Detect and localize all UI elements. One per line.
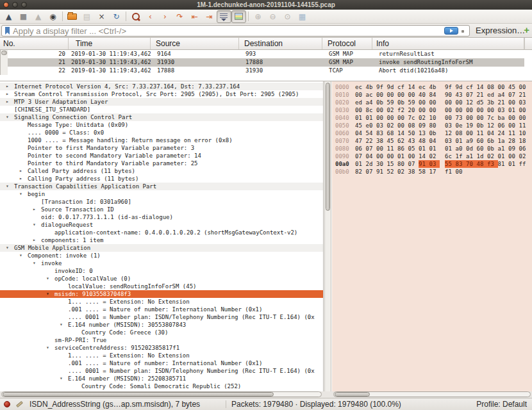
- tree-row[interactable]: invokeID: 0: [0, 267, 323, 275]
- column-header-time[interactable]: Time: [69, 38, 151, 49]
- file-close-icon[interactable]: ×: [94, 10, 109, 23]
- tree-row[interactable]: .... 0001 = Number plan: ISDN/Telephony …: [0, 313, 323, 321]
- expression-button[interactable]: Expression…: [476, 26, 525, 35]
- tree-row[interactable]: ▾begin: [0, 190, 323, 198]
- hex-row[interactable]: 0020eda40b590b590000000012d53b210003: [332, 99, 532, 106]
- expand-arrow-icon[interactable]: ▾: [5, 183, 14, 190]
- tree-row[interactable]: ▾Transaction Capabilities Application Pa…: [0, 183, 323, 190]
- expand-arrow-icon[interactable]: ▾: [59, 375, 68, 382]
- hex-horizontal-scrollbar[interactable]: [333, 391, 531, 397]
- tree-row[interactable]: 1... .... = Extension: No Extension: [0, 352, 323, 359]
- hex-row[interactable]: 00b08207915202385817f100: [332, 168, 532, 176]
- auto-scroll-icon[interactable]: [217, 10, 231, 23]
- scrollbar-handle[interactable]: [3, 392, 274, 397]
- packet-row[interactable]: 202019-01-30 11:19:43,4622959164993GSM M…: [0, 50, 524, 58]
- tree-row[interactable]: ▾msisdn: 910355837048f3: [0, 290, 323, 298]
- detail-vertical-scrollbar[interactable]: [324, 81, 331, 391]
- go-forward-icon[interactable]: ›: [158, 10, 172, 23]
- tree-row[interactable]: .... 0000 = Class: 0x0: [0, 129, 323, 136]
- scrollbar-handle[interactable]: [335, 392, 370, 397]
- find-packet-icon[interactable]: [128, 10, 143, 23]
- column-header-info[interactable]: Info: [372, 38, 524, 49]
- tree-row[interactable]: ▾Signalling Connection Control Part: [0, 113, 323, 121]
- tree-row[interactable]: sm-RP-PRI: True: [0, 336, 323, 344]
- expand-arrow-icon[interactable]: ▾: [5, 113, 14, 121]
- profile-label[interactable]: Profile: Default: [476, 400, 527, 409]
- column-header-no[interactable]: No.: [0, 38, 69, 49]
- tree-row[interactable]: application-context-name: 0.4.0.0.1.0.20…: [0, 229, 323, 236]
- tree-row[interactable]: ▾E.164 number (MSISDN): 25208385711: [0, 375, 323, 382]
- hex-row[interactable]: 004001010000007c0210007300007cba0000: [332, 114, 532, 122]
- tree-row[interactable]: Pointer to third Mandatory Variable para…: [0, 160, 323, 167]
- hex-row[interactable]: 007047223845624348040301a9606b1a2818: [332, 137, 532, 145]
- tree-row[interactable]: .001 .... = Nature of number: Internatio…: [0, 306, 323, 313]
- file-open-icon[interactable]: [65, 10, 79, 23]
- hex-row[interactable]: 005045e0030200080980030e190b12060011: [332, 122, 532, 129]
- column-header-source[interactable]: Source: [151, 38, 239, 49]
- column-header-destination[interactable]: Destination: [239, 38, 322, 49]
- tree-row[interactable]: localValue: sendRoutingInfoForSM (45): [0, 283, 323, 290]
- hex-row[interactable]: 00a0012d30158007910355837048f38101ff: [332, 160, 532, 168]
- tree-row[interactable]: Message Type: Unitdata (0x09): [0, 121, 323, 129]
- scrollbar-handle[interactable]: [1, 51, 7, 55]
- tree-row[interactable]: ▾GSM Mobile Application: [0, 244, 323, 252]
- tree-row[interactable]: .... 0001 = Number plan: ISDN/Telephony …: [0, 367, 323, 375]
- tree-row[interactable]: ▾serviceCentreAddress: 915202385817f1: [0, 344, 323, 352]
- go-back-icon[interactable]: ‹: [143, 10, 158, 23]
- capture-stop-icon[interactable]: ■: [16, 10, 31, 23]
- tree-row[interactable]: oid: 0.0.17.773.1.1.1 (id-as-dialogue): [0, 213, 323, 221]
- tree-row[interactable]: [CHINESE_ITU_STANDARD]: [0, 106, 323, 113]
- window-close-button[interactable]: [3, 2, 9, 8]
- column-header-protocol[interactable]: Protocol: [322, 38, 372, 49]
- tree-row[interactable]: Pointer to second Mandatory Variable par…: [0, 152, 323, 160]
- expand-arrow-icon[interactable]: ▾: [19, 190, 28, 198]
- expand-arrow-icon[interactable]: ▸: [19, 167, 28, 175]
- filter-apply-button[interactable]: [444, 27, 458, 35]
- hex-row[interactable]: 0000ec4b9f9dcf14ec4b9f9dcf1408004500: [332, 83, 532, 91]
- tree-row[interactable]: ▸Stream Control Transmission Protocol, S…: [0, 90, 323, 98]
- go-to-packet-icon[interactable]: ↷: [172, 10, 187, 23]
- tree-row[interactable]: Country Code: Somali Democratic Republic…: [0, 382, 323, 390]
- hex-row[interactable]: 0030008c0002f22000000000000000030100: [332, 106, 532, 114]
- expand-arrow-icon[interactable]: ▸: [5, 98, 14, 106]
- expand-arrow-icon[interactable]: ▸: [32, 206, 41, 213]
- tree-row[interactable]: ▸Source Transaction ID: [0, 206, 323, 213]
- colorize-icon[interactable]: [231, 10, 246, 23]
- capture-comment-icon[interactable]: [16, 401, 23, 407]
- scrollbar-handle[interactable]: [326, 83, 330, 211]
- expert-info-icon[interactable]: [4, 401, 10, 407]
- tree-row[interactable]: 1000 .... = Message handling: Return mes…: [0, 136, 323, 144]
- hex-row[interactable]: 001000ac00000000408490430721eda40721: [332, 91, 532, 99]
- expand-arrow-icon[interactable]: ▾: [46, 275, 54, 283]
- tree-row[interactable]: ▸components: 1 item: [0, 236, 323, 244]
- window-maximize-button[interactable]: [21, 2, 27, 8]
- packet-row[interactable]: 222019-01-30 11:19:43,4628081788831930TC…: [0, 67, 524, 75]
- tree-row[interactable]: .001 .... = Nature of number: Internatio…: [0, 359, 323, 367]
- hex-row[interactable]: 0080060700118605010101a00d600ba10906: [332, 145, 532, 152]
- tree-row[interactable]: ▾Component: invoke (1): [0, 252, 323, 259]
- tree-row[interactable]: ▾E.164 number (MSISDN): 30553807843: [0, 321, 323, 329]
- expand-arrow-icon[interactable]: ▾: [32, 221, 41, 229]
- expand-arrow-icon[interactable]: ▾: [5, 244, 14, 252]
- expand-arrow-icon[interactable]: ▾: [32, 259, 41, 267]
- display-filter-input[interactable]: Apply a display filter ... <Ctrl-/>: [1, 25, 470, 37]
- filter-dropdown-caret-icon[interactable]: [461, 30, 464, 33]
- expand-arrow-icon[interactable]: ▸: [5, 83, 14, 90]
- detail-horizontal-scrollbar[interactable]: [1, 391, 322, 397]
- packet-row[interactable]: 212019-01-30 11:19:43,4627713193017888GS…: [0, 58, 524, 67]
- hex-row[interactable]: 0060045483681450130b1208001104241110: [332, 129, 532, 137]
- expand-arrow-icon[interactable]: ▸: [5, 90, 14, 98]
- capture-start-icon[interactable]: ▲: [1, 10, 16, 23]
- packet-list-vertical-scrollbar[interactable]: [0, 50, 8, 75]
- capture-options-icon[interactable]: ◉: [46, 10, 60, 23]
- tree-row[interactable]: ▾invoke: [0, 259, 323, 267]
- hex-row[interactable]: 009007040000010014026c1fa11d02010002: [332, 152, 532, 160]
- tree-row[interactable]: ▸Called Party address (11 bytes): [0, 167, 323, 175]
- expand-arrow-icon[interactable]: ▸: [19, 175, 28, 183]
- tree-row[interactable]: ▸Internet Protocol Version 4, Src: 7.33.…: [0, 83, 323, 90]
- expand-arrow-icon[interactable]: ▾: [46, 290, 54, 298]
- tree-row[interactable]: ▾opCode: localValue (0): [0, 275, 323, 283]
- tree-row[interactable]: ▸MTP 3 User Adaptation Layer: [0, 98, 323, 106]
- expand-arrow-icon[interactable]: ▸: [32, 236, 41, 244]
- add-filter-button[interactable]: +: [524, 24, 529, 35]
